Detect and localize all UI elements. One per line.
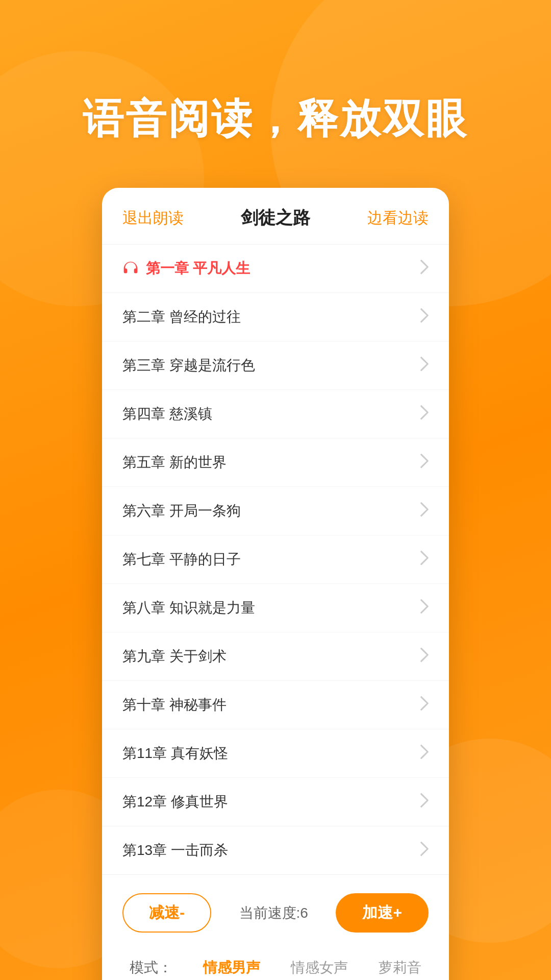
chapter-item[interactable]: 第二章 曾经的过往	[102, 293, 449, 341]
chapter-item-left: 第13章 一击而杀	[122, 841, 228, 860]
page-container: 语音阅读，释放双眼 退出朗读 剑徒之路 边看边读 第一章 平凡人生	[0, 0, 551, 980]
chapter-item-left: 第九章 关于剑术	[122, 647, 227, 666]
voice-mode-option-female[interactable]: 情感女声	[291, 958, 348, 977]
exit-reading-button[interactable]: 退出朗读	[122, 208, 184, 229]
chapter-item-left: 第一章 平凡人生	[122, 259, 250, 278]
chapter-item[interactable]: 第13章 一击而杀	[102, 826, 449, 874]
chapter-item[interactable]: 第三章 穿越是流行色	[102, 341, 449, 390]
chapter-chevron-icon	[420, 260, 429, 277]
modal-card: 退出朗读 剑徒之路 边看边读 第一章 平凡人生	[102, 188, 449, 980]
chapter-item[interactable]: 第八章 知识就是力量	[102, 584, 449, 632]
chapter-name: 第四章 慈溪镇	[122, 404, 212, 424]
voice-mode-row: 模式： 情感男声 情感女声 萝莉音	[102, 958, 449, 980]
speed-row: 减速- 当前速度:6 加速+	[122, 893, 429, 933]
chapter-item[interactable]: 第六章 开局一条狗	[102, 487, 449, 535]
chapter-item[interactable]: 第七章 平静的日子	[102, 535, 449, 584]
chapter-item-left: 第二章 曾经的过往	[122, 307, 241, 327]
chapter-name: 第一章 平凡人生	[146, 259, 250, 278]
chapter-name: 第八章 知识就是力量	[122, 598, 255, 618]
chapter-name: 第12章 修真世界	[122, 792, 228, 812]
chapter-chevron-icon	[420, 648, 429, 665]
chapter-item-left: 第11章 真有妖怪	[122, 744, 228, 763]
chapter-item-left: 第12章 修真世界	[122, 792, 228, 812]
chapter-item[interactable]: 第一章 平凡人生	[102, 244, 449, 293]
chapter-name: 第六章 开局一条狗	[122, 501, 241, 521]
chapter-name: 第11章 真有妖怪	[122, 744, 228, 763]
modal-title: 剑徒之路	[241, 206, 310, 230]
chapter-chevron-icon	[420, 357, 429, 374]
chapter-chevron-icon	[420, 454, 429, 471]
chapter-name: 第五章 新的世界	[122, 453, 227, 472]
chapter-name: 第十章 神秘事件	[122, 695, 227, 715]
chapter-item[interactable]: 第十章 神秘事件	[102, 681, 449, 729]
current-speed-label: 当前速度:6	[239, 903, 308, 923]
chapter-chevron-icon	[420, 551, 429, 568]
chapter-item-left: 第三章 穿越是流行色	[122, 356, 255, 375]
headphone-icon	[122, 260, 139, 277]
chapter-chevron-icon	[420, 599, 429, 617]
chapter-name: 第13章 一击而杀	[122, 841, 228, 860]
chapter-item-left: 第六章 开局一条狗	[122, 501, 241, 521]
chapter-item-left: 第五章 新的世界	[122, 453, 227, 472]
decrease-speed-button[interactable]: 减速-	[122, 893, 211, 933]
chapter-chevron-icon	[420, 696, 429, 714]
chapter-chevron-icon	[420, 793, 429, 811]
chapter-item[interactable]: 第11章 真有妖怪	[102, 729, 449, 778]
chapter-chevron-icon	[420, 842, 429, 859]
chapter-chevron-icon	[420, 502, 429, 520]
chapter-item[interactable]: 第12章 修真世界	[102, 778, 449, 826]
chapter-list: 第一章 平凡人生 第二章 曾经的过往	[102, 244, 449, 874]
read-while-watch-button[interactable]: 边看边读	[367, 208, 429, 229]
chapter-item-left: 第八章 知识就是力量	[122, 598, 255, 618]
chapter-item[interactable]: 第九章 关于剑术	[102, 632, 449, 681]
headline: 语音阅读，释放双眼	[83, 92, 468, 147]
chapter-item-left: 第七章 平静的日子	[122, 550, 241, 569]
chapter-name: 第九章 关于剑术	[122, 647, 227, 666]
chapter-chevron-icon	[420, 405, 429, 423]
chapter-chevron-icon	[420, 745, 429, 762]
chapter-chevron-icon	[420, 308, 429, 326]
chapter-item[interactable]: 第五章 新的世界	[102, 438, 449, 487]
chapter-name: 第七章 平静的日子	[122, 550, 241, 569]
chapter-item-left: 第四章 慈溪镇	[122, 404, 212, 424]
voice-mode-option-loli[interactable]: 萝莉音	[379, 958, 421, 977]
speed-controls: 减速- 当前速度:6 加速+	[102, 874, 449, 958]
chapter-item[interactable]: 第四章 慈溪镇	[102, 390, 449, 438]
increase-speed-button[interactable]: 加速+	[336, 893, 429, 933]
voice-mode-option-male[interactable]: 情感男声	[203, 958, 260, 977]
chapter-name: 第三章 穿越是流行色	[122, 356, 255, 375]
voice-mode-label: 模式：	[130, 958, 172, 977]
chapter-item-left: 第十章 神秘事件	[122, 695, 227, 715]
modal-header: 退出朗读 剑徒之路 边看边读	[102, 188, 449, 244]
chapter-name: 第二章 曾经的过往	[122, 307, 241, 327]
